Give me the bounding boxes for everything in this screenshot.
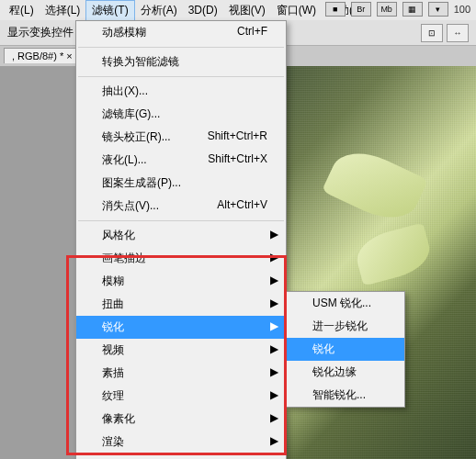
menu-item-label: 抽出(X)...	[102, 84, 148, 99]
menu-item-锐化[interactable]: 锐化▶	[76, 316, 286, 339]
leaf-shape	[352, 222, 435, 285]
top-icons: ■ Br Mb ▦ ▾ 100	[325, 2, 470, 17]
icon-bridge[interactable]: Br	[351, 2, 371, 17]
submenu-item-锐化边缘[interactable]: 锐化边缘	[287, 361, 404, 384]
menu-item-label: 模糊	[102, 274, 124, 289]
align-btn[interactable]: ⊡	[421, 24, 443, 42]
zoom-value: 100	[454, 4, 470, 15]
menu-滤镜(T)[interactable]: 滤镜(T)	[85, 0, 134, 21]
document-tab[interactable]: , RGB/8#) * ×	[4, 48, 81, 63]
sharpen-submenu: USM 锐化...进一步锐化锐化锐化边缘智能锐化...	[286, 291, 405, 408]
menu-item-素描[interactable]: 素描▶	[76, 362, 286, 385]
menu-item-图案生成器(P)...[interactable]: 图案生成器(P)...	[76, 172, 286, 195]
menu-3D(D)[interactable]: 3D(D)	[183, 2, 223, 18]
icon-screen[interactable]: ■	[325, 2, 346, 17]
icon-drop[interactable]: ▾	[428, 2, 448, 17]
menu-选择(L)[interactable]: 选择(L)	[40, 1, 86, 20]
submenu-item-label: 智能锐化...	[312, 387, 366, 403]
menu-item-label: 扭曲	[102, 297, 124, 312]
submenu-arrow-icon: ▶	[270, 434, 278, 447]
menu-item-抽出(X)...[interactable]: 抽出(X)...	[76, 80, 286, 103]
menu-窗口(W)[interactable]: 窗口(W)	[271, 1, 322, 20]
menu-shortcut: Ctrl+F	[237, 25, 267, 40]
menu-item-label: 渲染	[102, 434, 124, 450]
submenu-arrow-icon: ▶	[270, 228, 278, 241]
menu-程(L)[interactable]: 程(L)	[4, 1, 40, 20]
icon-mb[interactable]: Mb	[377, 2, 397, 17]
submenu-item-锐化[interactable]: 锐化	[287, 338, 404, 361]
leaf-shape	[322, 141, 428, 230]
submenu-arrow-icon: ▶	[270, 342, 278, 355]
submenu-item-label: 进一步锐化	[312, 319, 368, 334]
menu-item-滤镜库(G)...[interactable]: 滤镜库(G)...	[76, 103, 286, 126]
menu-item-液化(L)...[interactable]: 液化(L)...Shift+Ctrl+X	[76, 149, 286, 172]
submenu-arrow-icon: ▶	[270, 365, 278, 378]
submenu-arrow-icon: ▶	[270, 411, 278, 424]
submenu-item-USM 锐化...[interactable]: USM 锐化...	[287, 292, 404, 315]
menu-item-渲染[interactable]: 渲染▶	[76, 431, 286, 453]
filter-menu: 动感模糊Ctrl+F转换为智能滤镜抽出(X)...滤镜库(G)...镜头校正(R…	[75, 20, 287, 459]
submenu-arrow-icon: ▶	[270, 297, 278, 309]
menu-item-label: 视频	[102, 342, 124, 358]
menu-item-转换为智能滤镜[interactable]: 转换为智能滤镜	[76, 50, 286, 73]
menu-item-label: 转换为智能滤镜	[102, 54, 179, 70]
menu-item-label: 像素化	[102, 411, 135, 427]
menu-item-模糊[interactable]: 模糊▶	[76, 270, 286, 293]
menu-shortcut: Shift+Ctrl+R	[208, 129, 267, 145]
menu-item-label: 素描	[102, 365, 124, 381]
menu-item-镜头校正(R)...[interactable]: 镜头校正(R)...Shift+Ctrl+R	[76, 126, 286, 149]
menu-item-风格化[interactable]: 风格化▶	[76, 224, 286, 247]
icon-grid[interactable]: ▦	[402, 2, 423, 17]
menu-separator	[78, 220, 284, 221]
menu-shortcut: Shift+Ctrl+X	[208, 152, 267, 168]
submenu-item-智能锐化...[interactable]: 智能锐化...	[287, 384, 404, 407]
menu-item-画笔描边[interactable]: 画笔描边▶	[76, 247, 286, 270]
menu-item-动感模糊[interactable]: 动感模糊Ctrl+F	[76, 21, 286, 44]
menu-分析(A)[interactable]: 分析(A)	[135, 1, 183, 20]
menu-separator	[78, 76, 284, 77]
menu-item-label: 图案生成器(P)...	[102, 175, 181, 191]
submenu-arrow-icon: ▶	[270, 388, 278, 401]
menu-separator	[78, 47, 284, 48]
menu-shortcut: Alt+Ctrl+V	[217, 198, 267, 214]
submenu-arrow-icon: ▶	[270, 251, 278, 263]
menu-item-消失点(V)...[interactable]: 消失点(V)...Alt+Ctrl+V	[76, 195, 286, 218]
menu-item-视频[interactable]: 视频▶	[76, 339, 286, 362]
submenu-arrow-icon: ▶	[270, 319, 278, 332]
menu-item-label: 消失点(V)...	[102, 198, 159, 214]
menu-视图(V)[interactable]: 视图(V)	[223, 1, 271, 20]
submenu-item-label: 锐化	[312, 341, 334, 357]
menu-item-label: 画笔描边	[102, 251, 146, 266]
menu-item-label: 镜头校正(R)...	[102, 129, 171, 145]
menu-item-label: 滤镜库(G)...	[102, 106, 160, 122]
submenu-arrow-icon: ▶	[270, 274, 278, 286]
menu-item-label: 动感模糊	[102, 25, 146, 40]
menu-item-label: 锐化	[102, 319, 124, 335]
submenu-item-进一步锐化[interactable]: 进一步锐化	[287, 315, 404, 338]
menu-item-纹理[interactable]: 纹理▶	[76, 385, 286, 408]
menu-item-label: 纹理	[102, 388, 124, 404]
menu-item-扭曲[interactable]: 扭曲▶	[76, 293, 286, 316]
menu-item-label: 液化(L)...	[102, 152, 147, 168]
transform-controls-label: 显示变换控件	[7, 25, 74, 40]
menu-item-label: 风格化	[102, 228, 135, 243]
distribute-btn[interactable]: ↔	[447, 24, 469, 42]
submenu-item-label: USM 锐化...	[312, 296, 371, 311]
menu-item-像素化[interactable]: 像素化▶	[76, 408, 286, 431]
submenu-item-label: 锐化边缘	[312, 364, 357, 380]
menu-item-艺术效果[interactable]: 艺术效果▶	[76, 453, 286, 459]
